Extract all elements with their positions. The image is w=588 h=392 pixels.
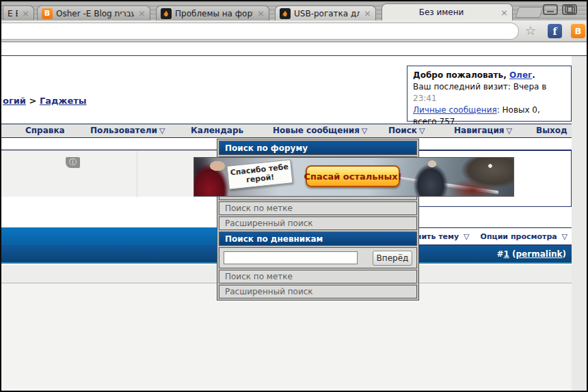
chevron-down-icon: ▽ [562, 232, 567, 241]
username-link[interactable]: Олег [509, 70, 532, 80]
permalink-link[interactable]: permalink [516, 249, 563, 259]
web-page: Добро пожаловать, Олег. Ваш последний ви… [1, 42, 587, 391]
browser-toolbar: ☆ f B [1, 20, 587, 41]
banner-ad[interactable]: Спасибо тебе герой! Спасай остальных! [193, 157, 514, 197]
tab-title: USB-рогатка для игры [294, 9, 360, 18]
tab-blog-partial[interactable]: E Blog × [3, 5, 34, 20]
nav-new-messages[interactable]: Новые сообщения▽ [273, 126, 367, 135]
close-icon[interactable]: × [22, 9, 29, 18]
tab-osher-blog[interactable]: B Osher -E Blog העברית × [37, 5, 150, 20]
flame-favicon-icon [280, 8, 291, 19]
tab-title: Osher -E Blog העברית [56, 9, 134, 18]
last-visit-time: 23:41 [413, 94, 437, 103]
bookmark-star-icon[interactable]: ☆ [523, 23, 538, 38]
blog-search-input[interactable] [224, 251, 358, 264]
post-number-link[interactable]: 1 [503, 249, 509, 259]
tab-forum-problems[interactable]: Проблемы на форуме × [156, 5, 269, 20]
nav-calendar[interactable]: Календарь [191, 126, 243, 135]
breadcrumb-separator: > [29, 96, 36, 106]
breadcrumb-parent-link[interactable]: огий [3, 96, 26, 106]
close-icon[interactable]: × [257, 9, 265, 18]
blog-search-submit-button[interactable]: Вперёд [373, 251, 412, 266]
nav-logout[interactable]: Выход [536, 126, 567, 135]
tab-title: Проблемы на форуме [175, 9, 253, 18]
blogger-extension-icon[interactable]: B [571, 24, 585, 38]
browser-window: E Blog × B Osher -E Blog העברית × Пробле… [0, 0, 588, 392]
tab-strip: E Blog × B Osher -E Blog העברית × Пробле… [1, 1, 587, 20]
advanced-search-item[interactable]: Расширенный поиск [219, 216, 417, 230]
thread-title-bar [1, 227, 217, 245]
banner-beast-art [425, 158, 513, 197]
search-blogs-header: Поиск по дневникам [219, 232, 417, 246]
display-options-menu[interactable]: Опции просмотра ▽ [481, 232, 567, 241]
private-messages-link[interactable]: Личные сообщения [413, 105, 497, 115]
nav-users[interactable]: Пользователи▽ [90, 126, 165, 135]
ad-zone-divider [137, 151, 137, 197]
nav-navigation[interactable]: Навигация▽ [454, 126, 512, 135]
new-tab-button[interactable] [515, 7, 543, 18]
chevron-down-icon: ▽ [362, 126, 367, 135]
search-forum-header: Поиск по форуму [219, 141, 417, 155]
close-icon[interactable]: × [364, 9, 371, 18]
close-icon[interactable]: × [500, 8, 508, 17]
flame-favicon-icon [161, 8, 172, 19]
blog-search-form: Вперёд [219, 247, 417, 268]
page-right-gutter [572, 56, 587, 391]
search-by-tag-item-2[interactable]: Поиск по метке [219, 270, 417, 283]
welcome-greeting: Добро пожаловать, Олег. [413, 70, 565, 81]
tab-untitled-active[interactable]: Без имени × [382, 3, 513, 20]
blogger-favicon-icon: B [42, 8, 53, 19]
post-number: #1 (permalink) [496, 249, 566, 259]
chevron-down-icon: ▽ [464, 232, 469, 241]
tab-title: Без имени [386, 8, 496, 17]
breadcrumb: огий > Гаджеты [3, 96, 87, 106]
restore-button[interactable] [562, 4, 577, 15]
nav-help[interactable]: Справка [25, 126, 65, 135]
breadcrumb-current-link[interactable]: Гаджеты [40, 96, 87, 106]
facebook-extension-icon[interactable]: f [548, 24, 562, 38]
thread-tools-bar: Оценить тему ▽ Опции просмотра ▽ [419, 227, 572, 245]
chevron-down-icon: ▽ [419, 126, 425, 135]
tab-title: E Blog [8, 9, 18, 18]
search-by-tag-item[interactable]: Поиск по метке [219, 201, 417, 215]
chevron-down-icon: ▽ [159, 126, 165, 135]
page-top-border [1, 55, 587, 56]
welcome-box: Добро пожаловать, Олег. Ваш последний ви… [407, 66, 572, 122]
banner-cta-button[interactable]: Спасай остальных! [306, 165, 400, 187]
chevron-down-icon: ▽ [507, 126, 512, 135]
last-visit-line: Ваш последний визит: Вчера в 23:41 [413, 81, 565, 104]
address-bar[interactable] [1, 23, 519, 40]
advanced-search-item-2[interactable]: Расширенный поиск [219, 285, 417, 298]
nav-search[interactable]: Поиск▽ [388, 126, 425, 135]
ad-info-icon[interactable]: ⓘ [66, 157, 80, 168]
tab-usb-slingshot[interactable]: USB-рогатка для игры × [275, 5, 376, 20]
close-icon[interactable]: × [138, 9, 146, 18]
forum-navbar: Справка Пользователи▽ Календарь Новые со… [1, 124, 572, 138]
minimize-button[interactable] [543, 4, 558, 15]
